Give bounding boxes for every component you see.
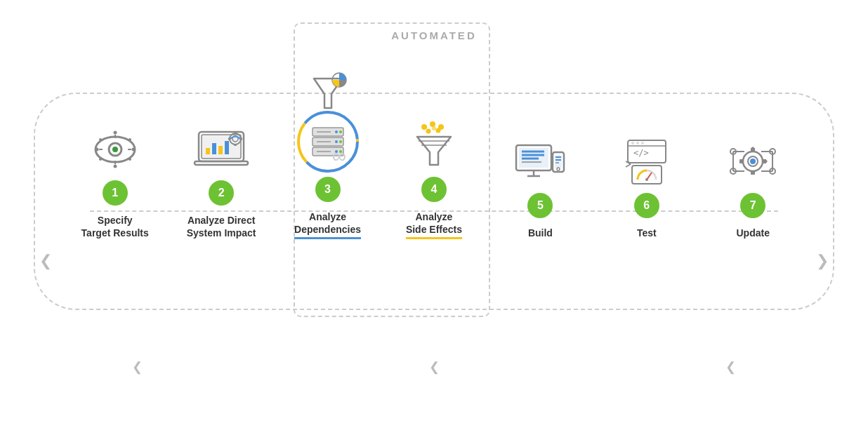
step-7-label: Update xyxy=(737,227,770,239)
step-7-icon xyxy=(725,137,781,186)
svg-rect-18 xyxy=(206,148,210,154)
step-2: 2 Analyze DirectSystem Impact xyxy=(176,124,267,239)
step-2-icon xyxy=(193,124,249,173)
step-3-number: 3 xyxy=(315,177,341,202)
svg-point-2 xyxy=(112,147,118,152)
svg-point-4 xyxy=(113,164,117,168)
bottom-chevron-middle: ❮ xyxy=(429,359,440,375)
step-5-label: Build xyxy=(528,227,553,239)
svg-point-6 xyxy=(131,147,135,151)
link-icon: ∞ xyxy=(332,145,346,168)
step-6-label: Test xyxy=(637,227,657,239)
svg-point-12 xyxy=(129,138,131,141)
svg-point-11 xyxy=(99,138,102,141)
step-2-number: 2 xyxy=(209,180,234,206)
svg-point-49 xyxy=(432,126,436,130)
step-4-icon xyxy=(406,121,462,170)
svg-point-71 xyxy=(641,142,644,145)
step-5: 5 Build xyxy=(494,137,586,239)
left-chevron-icon: ❮ xyxy=(39,252,52,270)
svg-point-37 xyxy=(335,140,338,143)
step-2-label: Analyze DirectSystem Impact xyxy=(187,214,256,239)
step-1-label: SpecifyTarget Results xyxy=(81,214,149,239)
svg-rect-26 xyxy=(228,137,230,140)
svg-rect-21 xyxy=(225,141,229,154)
svg-rect-94 xyxy=(739,159,744,163)
step-6-icon: </> xyxy=(619,137,675,186)
svg-rect-25 xyxy=(235,144,237,146)
step-6-number: 6 xyxy=(634,193,659,218)
svg-point-3 xyxy=(113,130,117,134)
step-7: 7 Update xyxy=(707,137,798,239)
svg-rect-27 xyxy=(240,137,242,140)
svg-point-45 xyxy=(430,121,435,127)
svg-line-77 xyxy=(626,164,631,167)
svg-rect-24 xyxy=(235,132,237,134)
svg-point-5 xyxy=(95,147,98,151)
step-4-label: AnalyzeSide Effects xyxy=(406,210,462,239)
bottom-chevron-left: ❮ xyxy=(132,359,143,375)
steps-row: 1 SpecifyTarget Results xyxy=(20,68,848,239)
svg-point-47 xyxy=(426,128,430,133)
step-7-number: 7 xyxy=(740,193,765,218)
step-4-number: 4 xyxy=(421,177,447,202)
svg-point-14 xyxy=(129,158,131,161)
svg-rect-20 xyxy=(218,146,223,154)
svg-point-48 xyxy=(435,128,440,133)
step-5-number: 5 xyxy=(527,193,553,218)
svg-point-13 xyxy=(99,158,102,161)
svg-point-38 xyxy=(339,140,342,143)
bottom-chevron-right: ❮ xyxy=(725,359,736,375)
step-1: 1 SpecifyTarget Results xyxy=(70,124,161,239)
svg-point-70 xyxy=(636,142,639,145)
diagram-container: AUTOMATED ❮ ❯ xyxy=(20,22,848,401)
right-chevron-icon: ❯ xyxy=(816,252,829,270)
svg-point-66 xyxy=(557,168,560,170)
svg-point-36 xyxy=(339,130,342,133)
svg-rect-17 xyxy=(195,161,248,165)
step-6: </> 6 Test xyxy=(601,137,692,239)
svg-point-98 xyxy=(750,159,756,164)
svg-rect-73 xyxy=(632,166,662,184)
svg-point-35 xyxy=(335,130,338,133)
svg-point-44 xyxy=(421,124,427,130)
svg-point-69 xyxy=(631,142,634,145)
svg-rect-93 xyxy=(751,170,755,175)
step-3: 3 AnalyzeDependencies xyxy=(282,68,374,239)
svg-point-75 xyxy=(645,178,648,181)
step-1-icon xyxy=(87,124,143,173)
step-4: 4 AnalyzeSide Effects xyxy=(388,121,480,239)
svg-rect-19 xyxy=(212,143,216,154)
step-1-number: 1 xyxy=(103,180,128,206)
step-5-icon xyxy=(512,137,568,186)
step-3-label: AnalyzeDependencies xyxy=(294,210,361,239)
svg-text:</>: </> xyxy=(633,148,649,158)
